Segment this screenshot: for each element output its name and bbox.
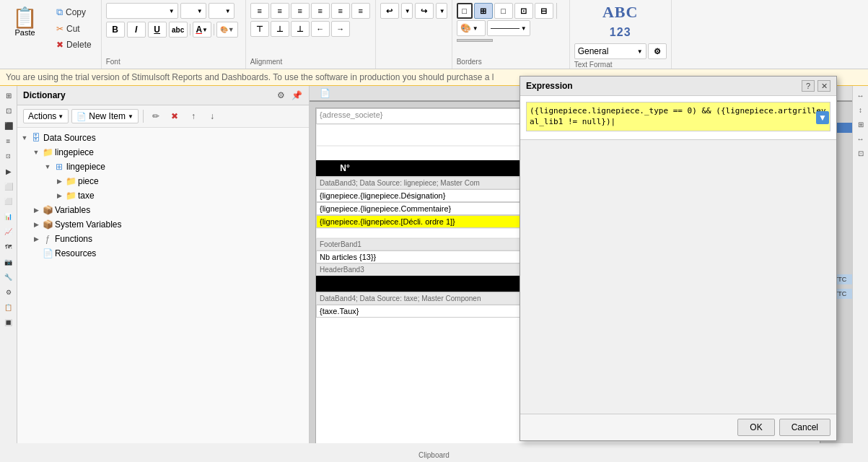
textformat-settings-button[interactable]: ⚙ — [648, 43, 667, 59]
edit-item-button[interactable]: ✏ — [148, 108, 164, 124]
font-color-button[interactable]: A ▼ — [193, 22, 211, 38]
new-item-button[interactable]: 📄 New Item ▼ — [71, 109, 139, 123]
tree-item-lingepiece2[interactable]: ▼ ⊞ lingepiece — [17, 160, 309, 174]
functions-icon: ƒ — [42, 233, 53, 245]
lsb-icon-9[interactable]: 📊 — [2, 210, 15, 223]
copy-button[interactable]: ⧉ Copy — [53, 4, 95, 20]
lsb-icon-5[interactable]: ⊡ — [2, 149, 15, 162]
undo-dropdown[interactable]: ▼ — [401, 3, 413, 19]
ribbon-row: 📋 Paste ⧉ Copy ✂ Cut ✖ Delete Clipboard — [0, 0, 868, 69]
cut-button[interactable]: ✂ Cut — [53, 22, 95, 36]
dictionary-toolbar: Actions ▼ 📄 New Item ▼ ✏ ✖ ↑ ↓ — [17, 105, 309, 128]
rsb-icon-1[interactable]: ↔ — [854, 89, 867, 102]
lsb-icon-6[interactable]: ▶ — [2, 165, 15, 178]
lsb-icon-8[interactable]: ⬜ — [2, 195, 15, 208]
tree-item-data-sources[interactable]: ▼ 🗄 Data Sources — [17, 131, 309, 145]
modal-ok-button[interactable]: OK — [737, 419, 774, 436]
tree-item-lingepiece1[interactable]: ▼ 📁 lingepiece — [17, 145, 309, 160]
tree-item-functions[interactable]: ▶ ƒ Functions — [17, 232, 309, 246]
border-inner-button[interactable]: ⊞ — [474, 3, 493, 19]
align-justify2-button[interactable]: ≡ — [331, 3, 350, 19]
valign-bot-button[interactable]: ⊥ — [291, 21, 310, 37]
indent-inc-button[interactable]: → — [331, 21, 350, 37]
paste-button[interactable]: 📋 Paste — [6, 4, 44, 40]
dict-settings-button[interactable]: ⚙ — [274, 89, 287, 102]
toggle-variables[interactable]: ▶ — [32, 206, 40, 214]
modal-close-button[interactable]: ✕ — [817, 80, 830, 92]
toggle-piece[interactable]: ▶ — [55, 177, 63, 186]
lsb-icon-7[interactable]: ⬜ — [2, 180, 15, 193]
underline-button[interactable]: U — [148, 22, 167, 38]
font-size-dropdown[interactable]: ▼ — [180, 3, 206, 19]
actions-button[interactable]: Actions ▼ — [23, 109, 69, 123]
toggle-functions[interactable]: ▶ — [32, 235, 40, 243]
tree-item-variables[interactable]: ▶ 📦 Variables — [17, 203, 309, 217]
border-style-dropdown[interactable]: ▼ — [487, 20, 530, 36]
lsb-icon-11[interactable]: 🗺 — [2, 240, 15, 253]
align-justify3-button[interactable]: ≡ — [351, 3, 370, 19]
valign-top-button[interactable]: ⊤ — [250, 21, 269, 37]
align-center-button[interactable]: ≡ — [271, 3, 289, 19]
expression-down-button[interactable]: ▼ — [816, 111, 829, 124]
toggle-lingepiece2[interactable]: ▼ — [43, 162, 52, 171]
italic-button[interactable]: I — [127, 22, 146, 38]
lsb-icon-3[interactable]: ⬛ — [2, 119, 15, 132]
canvas-tab-item[interactable]: 📄 — [315, 87, 335, 99]
rsb-icon-4[interactable]: ↔ — [854, 132, 867, 145]
redo-dropdown[interactable]: ▼ — [436, 3, 447, 19]
move-up-button[interactable]: ↑ — [185, 108, 201, 124]
folder-icon-1: 📁 — [42, 147, 53, 158]
text-format-dropdown[interactable]: General ▼ — [574, 43, 646, 59]
font-extra-dropdown[interactable]: ▼ — [209, 3, 234, 19]
clipboard-label: Clipboard — [0, 451, 868, 459]
align-right-button[interactable]: ≡ — [291, 3, 310, 19]
expression-text-field[interactable]: ({lignepiece.lignepiece._type == 0) && (… — [526, 102, 830, 131]
rsb-icon-2[interactable]: ↕ — [854, 103, 867, 116]
border-outer-button[interactable]: □ — [494, 3, 513, 19]
lsb-icon-14[interactable]: ⚙ — [2, 286, 15, 299]
tree-item-taxe[interactable]: ▶ 📁 taxe — [17, 188, 309, 203]
indent-dec-button[interactable]: ← — [311, 21, 330, 37]
lsb-icon-16[interactable]: 🔳 — [2, 316, 15, 329]
toggle-sysvar[interactable]: ▶ — [32, 220, 40, 229]
toggle-taxe[interactable]: ▶ — [55, 191, 63, 200]
border-h-button[interactable]: ⊟ — [535, 3, 553, 19]
toolbar-separator — [143, 110, 144, 123]
align-left-button[interactable]: ≡ — [250, 3, 269, 19]
lsb-icon-15[interactable]: 📋 — [2, 301, 15, 314]
toggle-data-sources[interactable]: ▼ — [20, 134, 29, 142]
lsb-icon-12[interactable]: 📷 — [2, 256, 15, 269]
dict-pin-button[interactable]: 📌 — [290, 89, 303, 102]
tree-item-resources[interactable]: ▶ 📄 Resources — [17, 246, 309, 261]
delete-item-button[interactable]: ✖ — [167, 108, 183, 124]
lsb-icon-2[interactable]: ⊡ — [2, 104, 15, 117]
font-family-dropdown[interactable]: ▼ — [106, 3, 178, 19]
undo-button[interactable]: ↩ — [380, 3, 399, 19]
fill-color-button[interactable]: 🎨▼ — [216, 22, 238, 38]
tree-item-piece[interactable]: ▶ 📁 piece — [17, 174, 309, 188]
border-none-button[interactable]: ⊡ — [514, 3, 533, 19]
border-thickness-slider[interactable] — [457, 39, 493, 42]
lsb-icon-10[interactable]: 📈 — [2, 225, 15, 238]
border-full-button[interactable]: □ — [457, 3, 473, 19]
lsb-icon-4[interactable]: ≡ — [2, 134, 15, 147]
align-justify-button[interactable]: ≡ — [311, 3, 330, 19]
lsb-icon-1[interactable]: ⊞ — [2, 89, 15, 102]
modal-footer: OK Cancel — [520, 414, 836, 440]
font-sep — [190, 24, 190, 35]
lsb-icon-13[interactable]: 🔧 — [2, 271, 15, 284]
strikethrough-button[interactable]: abc — [169, 22, 188, 38]
delete-button[interactable]: ✖ Delete — [53, 38, 95, 52]
bold-button[interactable]: B — [106, 22, 125, 38]
sep2 — [214, 24, 214, 35]
redo-button[interactable]: ↪ — [415, 3, 434, 19]
border-color-dropdown[interactable]: 🎨▼ — [457, 20, 486, 36]
move-down-button[interactable]: ↓ — [204, 108, 220, 124]
rsb-icon-5[interactable]: ⊡ — [854, 147, 867, 160]
tree-item-system-variables[interactable]: ▶ 📦 System Variables — [17, 217, 309, 232]
modal-cancel-button[interactable]: Cancel — [779, 419, 830, 436]
valign-mid-button[interactable]: ⊥ — [271, 21, 289, 37]
rsb-icon-3[interactable]: ⊞ — [854, 118, 867, 131]
toggle-lingepiece1[interactable]: ▼ — [32, 148, 40, 157]
modal-help-button[interactable]: ? — [802, 80, 815, 92]
